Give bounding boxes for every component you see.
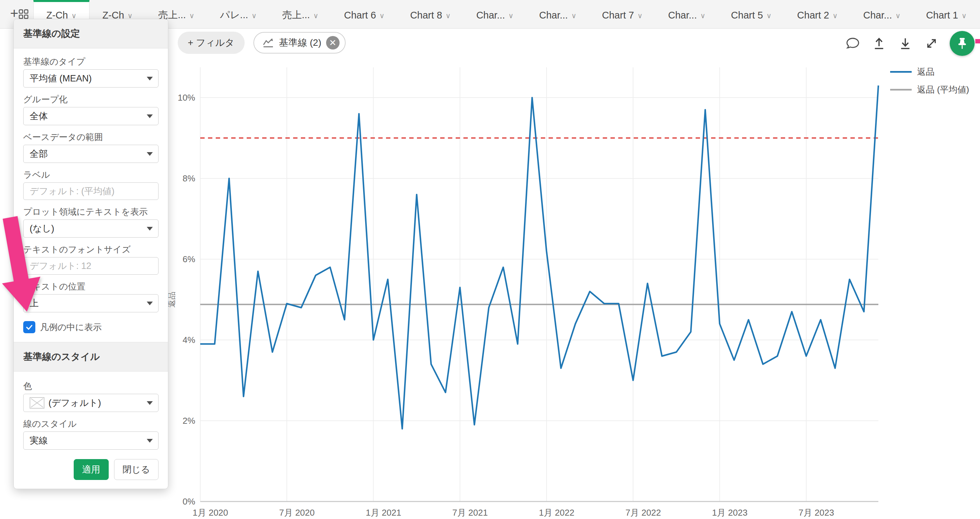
chevron-down-icon[interactable]: ∨: [571, 12, 576, 20]
field-label-label: ラベル: [23, 170, 159, 180]
grouping-select[interactable]: 全体: [23, 107, 159, 125]
select-value: (なし): [30, 223, 54, 235]
chevron-down-icon[interactable]: ∨: [766, 12, 772, 20]
svg-text:7月 2023: 7月 2023: [799, 508, 834, 517]
select-value: 実線: [30, 435, 48, 447]
svg-text:4%: 4%: [182, 335, 195, 345]
tab-label: Chart 6: [344, 10, 376, 21]
select-value: 全体: [30, 110, 48, 122]
chevron-down-icon[interactable]: ∨: [313, 12, 318, 20]
legend-label: 返品 (平均値): [917, 84, 969, 96]
tab-label: Chart 2: [797, 10, 829, 21]
select-value: 平均値 (MEAN): [30, 72, 92, 84]
tab-14[interactable]: Char...∨: [850, 0, 913, 28]
download-button[interactable]: [897, 35, 913, 51]
svg-text:1月 2023: 1月 2023: [712, 508, 748, 517]
field-label-grouping: グループ化: [23, 94, 159, 104]
chevron-down-icon[interactable]: ∨: [833, 12, 838, 20]
tab-label: Chart 1: [926, 10, 958, 21]
line-chart-svg: 0%2%4%6%8%10%1月 20207月 20201月 20217月 202…: [168, 67, 892, 519]
tab-label: パレ...: [220, 8, 248, 22]
comment-icon: [845, 36, 860, 51]
plot-area-text-select[interactable]: (なし): [23, 220, 159, 238]
filter-bar: + フィルタ 基準線 (2) ✕: [178, 32, 345, 54]
field-label-plot-text: プロット領域にテキストを表示: [23, 207, 159, 217]
tab-8[interactable]: Char...∨: [463, 0, 527, 28]
tab-15[interactable]: Chart 1∨: [913, 0, 979, 28]
chart-actions: [845, 31, 975, 56]
text-font-size-input[interactable]: [23, 257, 159, 275]
tab-7[interactable]: Chart 8∨: [398, 0, 463, 28]
tab-label: Char...: [863, 10, 892, 21]
pushpin-icon: [955, 37, 969, 50]
svg-text:7月 2020: 7月 2020: [279, 508, 315, 517]
reference-line-settings-panel: 基準線の設定 基準線のタイプ 平均値 (MEAN) グループ化 全体 ベースデー…: [13, 19, 168, 489]
field-label-line-style: 線のスタイル: [23, 419, 159, 429]
tab-13[interactable]: Chart 2∨: [784, 0, 850, 28]
select-value: 全部: [30, 148, 48, 160]
chart-tabs: Z-Ch∨Z-Ch∨売上...∨パレ...∨売上...∨Chart 6∨Char…: [33, 0, 980, 28]
tab-10[interactable]: Chart 7∨: [589, 0, 655, 28]
chevron-down-icon[interactable]: ∨: [895, 12, 900, 20]
legend-swatch-blue: [890, 71, 912, 73]
chevron-down-icon[interactable]: ∨: [189, 12, 194, 20]
style-section-title: 基準線のスタイル: [14, 342, 168, 372]
chevron-down-icon[interactable]: ∨: [961, 12, 967, 20]
field-label-font-size: テキストのフォントサイズ: [23, 244, 159, 255]
tab-9[interactable]: Char...∨: [527, 0, 589, 28]
show-in-legend-checkbox[interactable]: [23, 321, 35, 333]
line-style-select[interactable]: 実線: [23, 431, 159, 450]
upload-button[interactable]: [871, 35, 887, 51]
svg-text:6%: 6%: [182, 254, 195, 264]
chevron-down-icon[interactable]: ∨: [509, 12, 514, 20]
chevron-down-icon[interactable]: ∨: [445, 12, 450, 20]
show-in-legend-label: 凡例の中に表示: [40, 322, 102, 333]
remove-reference-line-icon[interactable]: ✕: [326, 36, 340, 49]
label-input[interactable]: [23, 182, 159, 200]
base-data-range-select[interactable]: 全部: [23, 145, 159, 163]
pin-chart-button[interactable]: [950, 31, 975, 56]
select-value: 上: [30, 297, 39, 309]
tab-label: Chart 5: [731, 10, 763, 21]
tab-4[interactable]: パレ...∨: [207, 0, 270, 28]
panel-title: 基準線の設定: [14, 19, 168, 48]
add-filter-button[interactable]: + フィルタ: [178, 32, 245, 54]
download-icon: [898, 36, 913, 51]
svg-text:2%: 2%: [182, 416, 195, 426]
chevron-down-icon[interactable]: ∨: [251, 12, 256, 20]
reference-type-select[interactable]: 平均値 (MEAN): [23, 69, 159, 88]
tab-label: Char...: [539, 10, 568, 21]
tab-label: Chart 7: [602, 10, 634, 21]
plus-icon: +: [10, 6, 19, 21]
svg-text:返品: 返品: [168, 291, 176, 307]
field-label-color: 色: [23, 381, 159, 391]
comment-button[interactable]: [845, 35, 861, 51]
tab-12[interactable]: Chart 5∨: [718, 0, 784, 28]
expand-button[interactable]: [923, 35, 940, 51]
field-label-text-position: テキストの位置: [23, 281, 159, 291]
chevron-down-icon[interactable]: ∨: [700, 12, 705, 20]
svg-text:0%: 0%: [182, 497, 195, 506]
annotation-fragment: [975, 39, 980, 43]
reference-line-pill[interactable]: 基準線 (2) ✕: [253, 32, 345, 54]
tab-6[interactable]: Chart 6∨: [331, 0, 397, 28]
text-position-select[interactable]: 上: [23, 294, 159, 312]
tab-label: Char...: [668, 10, 697, 21]
tab-11[interactable]: Char...∨: [655, 0, 718, 28]
line-chart: 0%2%4%6%8%10%1月 20207月 20201月 20217月 202…: [168, 67, 892, 519]
line-color-select[interactable]: (デフォルト): [23, 394, 159, 412]
chevron-down-icon[interactable]: ∨: [379, 12, 384, 20]
expand-icon: [924, 36, 939, 51]
legend-swatch-gray: [890, 89, 912, 91]
none-color-swatch-icon: [30, 397, 45, 409]
apply-button[interactable]: 適用: [74, 459, 109, 480]
legend-item-mean[interactable]: 返品 (平均値): [890, 84, 969, 96]
legend-label: 返品: [917, 66, 935, 78]
close-button[interactable]: 閉じる: [114, 459, 159, 480]
svg-text:7月 2021: 7月 2021: [452, 508, 488, 517]
chevron-down-icon[interactable]: ∨: [637, 12, 643, 20]
legend-item-series[interactable]: 返品: [890, 66, 969, 78]
reference-pill-label: 基準線 (2): [279, 37, 321, 49]
svg-text:7月 2022: 7月 2022: [625, 508, 661, 517]
tab-5[interactable]: 売上...∨: [270, 0, 331, 28]
